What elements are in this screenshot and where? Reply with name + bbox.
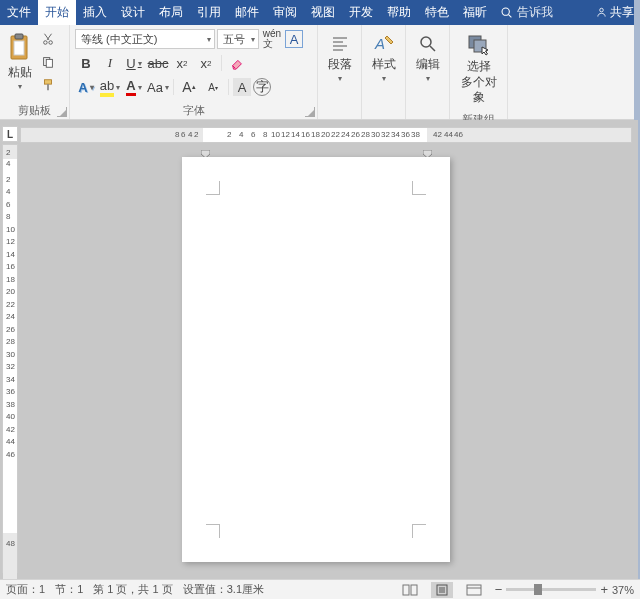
editing-button[interactable]: 编辑 ▾ bbox=[414, 29, 442, 87]
crop-mark bbox=[412, 181, 426, 195]
phonetic-guide-button[interactable]: wén文 bbox=[261, 29, 283, 49]
group-label: 字体 bbox=[183, 103, 205, 118]
superscript-button[interactable]: x2 bbox=[195, 53, 217, 73]
svg-point-7 bbox=[49, 41, 53, 45]
tell-me-search[interactable]: 告诉我 bbox=[494, 0, 559, 25]
text-effects-button[interactable]: A▾ bbox=[75, 77, 97, 97]
styles-button[interactable]: A 样式 ▾ bbox=[370, 29, 398, 87]
svg-point-0 bbox=[502, 8, 509, 15]
tab-insert[interactable]: 插入 bbox=[76, 0, 114, 25]
italic-button[interactable]: I bbox=[99, 53, 121, 73]
chevron-down-icon: ▾ bbox=[382, 74, 386, 83]
svg-rect-21 bbox=[403, 585, 409, 595]
svg-text:A: A bbox=[374, 35, 385, 52]
dialog-launcher-icon[interactable] bbox=[57, 107, 67, 117]
group-select-objects: 选择 多个对象 新建组 bbox=[450, 25, 508, 119]
paragraph-button[interactable]: 段落 ▾ bbox=[326, 29, 354, 87]
grow-font-button[interactable]: A▴ bbox=[178, 77, 200, 97]
font-size-select[interactable]: 五号▾ bbox=[217, 29, 259, 49]
underline-button[interactable]: U▾ bbox=[123, 53, 145, 73]
change-case-button[interactable]: Aa▾ bbox=[147, 77, 169, 97]
select-label-2: 多个对象 bbox=[457, 75, 500, 104]
format-painter-button[interactable] bbox=[37, 75, 59, 95]
char-border-button[interactable]: A bbox=[285, 30, 303, 48]
vertical-ruler[interactable]: 2424681012141618202224262830323436384042… bbox=[2, 144, 18, 573]
crop-mark bbox=[206, 524, 220, 538]
group-styles: A 样式 ▾ bbox=[362, 25, 406, 119]
search-icon bbox=[500, 6, 513, 19]
select-multiple-button[interactable]: 选择 多个对象 bbox=[455, 29, 502, 108]
svg-point-6 bbox=[44, 41, 48, 45]
paste-label: 粘贴 bbox=[8, 65, 32, 79]
horizontal-ruler[interactable]: 8642246810121416182022242628303234363842… bbox=[20, 127, 632, 143]
tab-help[interactable]: 帮助 bbox=[380, 0, 418, 25]
bold-button[interactable]: B bbox=[75, 53, 97, 73]
share-button[interactable]: 共享 bbox=[589, 0, 640, 25]
tab-layout[interactable]: 布局 bbox=[152, 0, 190, 25]
tab-special[interactable]: 特色 bbox=[418, 0, 456, 25]
status-page-count[interactable]: 第 1 页，共 1 页 bbox=[93, 582, 172, 597]
document-area[interactable]: L 86422468101214161820222426283032343638… bbox=[0, 120, 640, 579]
svg-point-2 bbox=[600, 8, 604, 12]
tab-view[interactable]: 视图 bbox=[304, 0, 342, 25]
subscript-button[interactable]: x2 bbox=[171, 53, 193, 73]
share-label: 共享 bbox=[610, 4, 634, 21]
zoom-slider[interactable] bbox=[506, 588, 596, 591]
clear-formatting-button[interactable] bbox=[226, 53, 248, 73]
chevron-down-icon: ▾ bbox=[338, 74, 342, 83]
ribbon: 粘贴 ▾ 剪贴板 等线 (中文正文)▾ 五号▾ wén文 A B bbox=[0, 25, 640, 120]
svg-rect-27 bbox=[467, 585, 481, 595]
zoom-level[interactable]: 37% bbox=[612, 584, 634, 596]
search-placeholder: 告诉我 bbox=[517, 4, 553, 21]
editing-label: 编辑 bbox=[416, 57, 440, 71]
highlight-button[interactable]: ab▾ bbox=[99, 77, 121, 97]
group-label: 剪贴板 bbox=[18, 103, 51, 118]
titlebar: 文件 开始 插入 设计 布局 引用 邮件 审阅 视图 开发 帮助 特色 福昕 告… bbox=[0, 0, 640, 25]
tab-references[interactable]: 引用 bbox=[190, 0, 228, 25]
chevron-down-icon: ▾ bbox=[18, 82, 22, 91]
tab-review[interactable]: 审阅 bbox=[266, 0, 304, 25]
enclosed-char-button[interactable]: 字 bbox=[253, 78, 271, 96]
status-position[interactable]: 设置值：3.1厘米 bbox=[183, 582, 264, 597]
svg-rect-4 bbox=[15, 34, 23, 39]
styles-label: 样式 bbox=[372, 57, 396, 71]
font-size-value: 五号 bbox=[223, 32, 245, 47]
font-color-button[interactable]: A▾ bbox=[123, 77, 145, 97]
tab-file[interactable]: 文件 bbox=[0, 0, 38, 25]
svg-point-17 bbox=[421, 37, 431, 47]
tab-selector[interactable]: L bbox=[2, 126, 18, 142]
svg-rect-5 bbox=[14, 41, 24, 55]
group-font: 等线 (中文正文)▾ 五号▾ wén文 A B I U▾ abc x2 x2 A… bbox=[70, 25, 318, 119]
status-page[interactable]: 页面：1 bbox=[6, 582, 45, 597]
font-name-value: 等线 (中文正文) bbox=[81, 32, 157, 47]
group-clipboard: 粘贴 ▾ 剪贴板 bbox=[0, 25, 70, 119]
paste-button[interactable]: 粘贴 ▾ bbox=[5, 29, 35, 95]
document-page[interactable] bbox=[182, 157, 450, 562]
copy-button[interactable] bbox=[37, 52, 59, 72]
svg-line-1 bbox=[509, 15, 512, 18]
group-paragraph: 段落 ▾ bbox=[318, 25, 362, 119]
user-icon bbox=[595, 6, 608, 19]
tab-mail[interactable]: 邮件 bbox=[228, 0, 266, 25]
status-section[interactable]: 节：1 bbox=[55, 582, 83, 597]
view-web-layout[interactable] bbox=[463, 582, 485, 598]
tab-foxit[interactable]: 福昕 bbox=[456, 0, 494, 25]
view-print-layout[interactable] bbox=[431, 582, 453, 598]
font-name-select[interactable]: 等线 (中文正文)▾ bbox=[75, 29, 215, 49]
tab-home[interactable]: 开始 bbox=[38, 0, 76, 25]
svg-rect-22 bbox=[411, 585, 417, 595]
tab-dev[interactable]: 开发 bbox=[342, 0, 380, 25]
zoom-in-button[interactable]: + bbox=[600, 582, 608, 597]
view-read-mode[interactable] bbox=[399, 582, 421, 598]
svg-rect-10 bbox=[45, 80, 52, 84]
select-label-1: 选择 bbox=[467, 59, 491, 73]
paragraph-label: 段落 bbox=[328, 57, 352, 71]
tab-design[interactable]: 设计 bbox=[114, 0, 152, 25]
chevron-down-icon: ▾ bbox=[426, 74, 430, 83]
strikethrough-button[interactable]: abc bbox=[147, 53, 169, 73]
dialog-launcher-icon[interactable] bbox=[305, 107, 315, 117]
zoom-out-button[interactable]: − bbox=[495, 582, 503, 597]
char-shading-button[interactable]: A bbox=[233, 78, 251, 96]
cut-button[interactable] bbox=[37, 29, 59, 49]
shrink-font-button[interactable]: A▾ bbox=[202, 77, 224, 97]
